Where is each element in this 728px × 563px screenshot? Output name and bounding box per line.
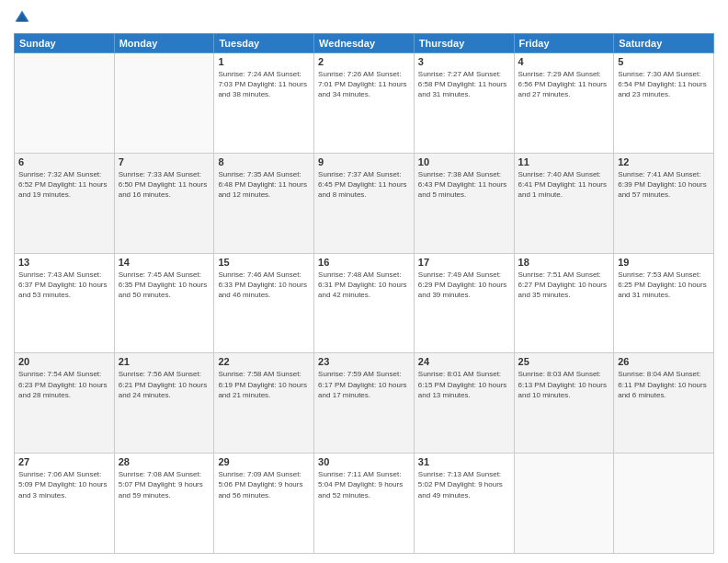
page: SundayMondayTuesdayWednesdayThursdayFrid…	[0, 0, 728, 563]
day-number: 30	[318, 456, 410, 467]
calendar-day-cell: 3Sunrise: 7:27 AM Sunset: 6:58 PM Daylig…	[414, 53, 514, 154]
calendar-day-cell: 5Sunrise: 7:30 AM Sunset: 6:54 PM Daylig…	[614, 53, 714, 154]
calendar-day-cell: 31Sunrise: 7:13 AM Sunset: 5:02 PM Dayli…	[414, 454, 514, 554]
calendar-day-cell: 23Sunrise: 7:59 AM Sunset: 6:17 PM Dayli…	[314, 353, 415, 454]
day-info: Sunrise: 7:46 AM Sunset: 6:33 PM Dayligh…	[218, 270, 310, 301]
calendar-day-cell: 19Sunrise: 7:53 AM Sunset: 6:25 PM Dayli…	[614, 253, 714, 353]
day-number: 17	[418, 257, 510, 268]
calendar-day-cell: 20Sunrise: 7:54 AM Sunset: 6:23 PM Dayli…	[15, 353, 115, 454]
day-number: 9	[318, 156, 410, 167]
logo	[14, 9, 32, 26]
calendar-day-cell: 29Sunrise: 7:09 AM Sunset: 5:06 PM Dayli…	[214, 454, 314, 554]
day-number: 22	[218, 356, 310, 367]
day-info: Sunrise: 7:54 AM Sunset: 6:23 PM Dayligh…	[18, 369, 110, 400]
day-number: 2	[318, 56, 410, 67]
calendar-day-cell: 28Sunrise: 7:08 AM Sunset: 5:07 PM Dayli…	[114, 454, 214, 554]
calendar-day-cell: 8Sunrise: 7:35 AM Sunset: 6:48 PM Daylig…	[214, 153, 314, 253]
day-info: Sunrise: 7:59 AM Sunset: 6:17 PM Dayligh…	[318, 369, 410, 400]
calendar-day-cell: 2Sunrise: 7:26 AM Sunset: 7:01 PM Daylig…	[314, 53, 415, 154]
day-number: 31	[418, 456, 510, 467]
day-number: 12	[618, 156, 710, 167]
calendar-week-row: 13Sunrise: 7:43 AM Sunset: 6:37 PM Dayli…	[15, 253, 714, 353]
day-number: 4	[518, 56, 610, 67]
day-info: Sunrise: 7:06 AM Sunset: 5:09 PM Dayligh…	[18, 469, 110, 500]
day-number: 20	[18, 356, 110, 367]
day-number: 28	[119, 456, 210, 467]
day-number: 8	[218, 156, 310, 167]
day-info: Sunrise: 7:11 AM Sunset: 5:04 PM Dayligh…	[318, 469, 410, 500]
day-info: Sunrise: 7:43 AM Sunset: 6:37 PM Dayligh…	[18, 270, 110, 301]
calendar-day-cell: 9Sunrise: 7:37 AM Sunset: 6:45 PM Daylig…	[314, 153, 415, 253]
calendar-day-cell: 4Sunrise: 7:29 AM Sunset: 6:56 PM Daylig…	[514, 53, 614, 154]
calendar-day-cell: 30Sunrise: 7:11 AM Sunset: 5:04 PM Dayli…	[314, 454, 415, 554]
calendar-day-cell: 18Sunrise: 7:51 AM Sunset: 6:27 PM Dayli…	[514, 253, 614, 353]
calendar-day-cell: 22Sunrise: 7:58 AM Sunset: 6:19 PM Dayli…	[214, 353, 314, 454]
calendar-day-cell	[114, 53, 214, 154]
day-number: 29	[218, 456, 310, 467]
calendar-day-cell	[514, 454, 614, 554]
weekday-header-tuesday: Tuesday	[214, 34, 314, 53]
day-number: 14	[119, 257, 210, 268]
header	[14, 9, 714, 26]
calendar-week-row: 27Sunrise: 7:06 AM Sunset: 5:09 PM Dayli…	[15, 454, 714, 554]
day-number: 26	[618, 356, 710, 367]
logo-icon	[14, 9, 30, 26]
calendar-day-cell: 15Sunrise: 7:46 AM Sunset: 6:33 PM Dayli…	[214, 253, 314, 353]
calendar-table: SundayMondayTuesdayWednesdayThursdayFrid…	[14, 33, 714, 554]
calendar-header-row: SundayMondayTuesdayWednesdayThursdayFrid…	[15, 34, 714, 53]
weekday-header-friday: Friday	[514, 34, 614, 53]
calendar-day-cell: 21Sunrise: 7:56 AM Sunset: 6:21 PM Dayli…	[114, 353, 214, 454]
day-info: Sunrise: 7:51 AM Sunset: 6:27 PM Dayligh…	[518, 270, 610, 301]
day-number: 21	[119, 356, 210, 367]
day-number: 18	[518, 257, 610, 268]
calendar-day-cell: 7Sunrise: 7:33 AM Sunset: 6:50 PM Daylig…	[114, 153, 214, 253]
calendar-day-cell: 24Sunrise: 8:01 AM Sunset: 6:15 PM Dayli…	[414, 353, 514, 454]
day-number: 16	[318, 257, 410, 268]
weekday-header-saturday: Saturday	[614, 34, 714, 53]
calendar-day-cell: 17Sunrise: 7:49 AM Sunset: 6:29 PM Dayli…	[414, 253, 514, 353]
calendar-day-cell: 27Sunrise: 7:06 AM Sunset: 5:09 PM Dayli…	[15, 454, 115, 554]
day-info: Sunrise: 8:03 AM Sunset: 6:13 PM Dayligh…	[518, 369, 610, 400]
day-number: 27	[18, 456, 110, 467]
calendar-day-cell: 10Sunrise: 7:38 AM Sunset: 6:43 PM Dayli…	[414, 153, 514, 253]
day-info: Sunrise: 7:45 AM Sunset: 6:35 PM Dayligh…	[119, 270, 210, 301]
day-info: Sunrise: 7:29 AM Sunset: 6:56 PM Dayligh…	[518, 69, 610, 100]
day-info: Sunrise: 7:09 AM Sunset: 5:06 PM Dayligh…	[218, 469, 310, 500]
calendar-day-cell: 11Sunrise: 7:40 AM Sunset: 6:41 PM Dayli…	[514, 153, 614, 253]
day-info: Sunrise: 7:35 AM Sunset: 6:48 PM Dayligh…	[218, 169, 310, 201]
day-info: Sunrise: 7:41 AM Sunset: 6:39 PM Dayligh…	[618, 169, 710, 201]
day-number: 11	[518, 156, 610, 167]
day-number: 6	[18, 156, 110, 167]
day-number: 13	[18, 257, 110, 268]
calendar-week-row: 20Sunrise: 7:54 AM Sunset: 6:23 PM Dayli…	[15, 353, 714, 454]
day-number: 24	[418, 356, 510, 367]
day-info: Sunrise: 7:13 AM Sunset: 5:02 PM Dayligh…	[418, 469, 510, 500]
day-info: Sunrise: 7:32 AM Sunset: 6:52 PM Dayligh…	[18, 169, 110, 201]
day-info: Sunrise: 7:30 AM Sunset: 6:54 PM Dayligh…	[618, 69, 710, 100]
day-info: Sunrise: 7:56 AM Sunset: 6:21 PM Dayligh…	[119, 369, 210, 400]
day-number: 15	[218, 257, 310, 268]
calendar-week-row: 6Sunrise: 7:32 AM Sunset: 6:52 PM Daylig…	[15, 153, 714, 253]
day-info: Sunrise: 7:24 AM Sunset: 7:03 PM Dayligh…	[218, 69, 310, 100]
day-info: Sunrise: 8:04 AM Sunset: 6:11 PM Dayligh…	[618, 369, 710, 400]
weekday-header-wednesday: Wednesday	[314, 34, 415, 53]
weekday-header-sunday: Sunday	[15, 34, 115, 53]
day-info: Sunrise: 7:48 AM Sunset: 6:31 PM Dayligh…	[318, 270, 410, 301]
day-number: 19	[618, 257, 710, 268]
calendar-day-cell: 16Sunrise: 7:48 AM Sunset: 6:31 PM Dayli…	[314, 253, 415, 353]
calendar-day-cell: 14Sunrise: 7:45 AM Sunset: 6:35 PM Dayli…	[114, 253, 214, 353]
day-info: Sunrise: 7:37 AM Sunset: 6:45 PM Dayligh…	[318, 169, 410, 201]
day-info: Sunrise: 7:40 AM Sunset: 6:41 PM Dayligh…	[518, 169, 610, 201]
day-number: 3	[418, 56, 510, 67]
day-info: Sunrise: 8:01 AM Sunset: 6:15 PM Dayligh…	[418, 369, 510, 400]
day-info: Sunrise: 7:49 AM Sunset: 6:29 PM Dayligh…	[418, 270, 510, 301]
day-number: 7	[119, 156, 210, 167]
day-info: Sunrise: 7:08 AM Sunset: 5:07 PM Dayligh…	[119, 469, 210, 500]
day-info: Sunrise: 7:33 AM Sunset: 6:50 PM Dayligh…	[119, 169, 210, 201]
day-info: Sunrise: 7:27 AM Sunset: 6:58 PM Dayligh…	[418, 69, 510, 100]
day-info: Sunrise: 7:26 AM Sunset: 7:01 PM Dayligh…	[318, 69, 410, 100]
calendar-day-cell: 25Sunrise: 8:03 AM Sunset: 6:13 PM Dayli…	[514, 353, 614, 454]
weekday-header-thursday: Thursday	[414, 34, 514, 53]
calendar-day-cell: 13Sunrise: 7:43 AM Sunset: 6:37 PM Dayli…	[15, 253, 115, 353]
calendar-day-cell: 12Sunrise: 7:41 AM Sunset: 6:39 PM Dayli…	[614, 153, 714, 253]
